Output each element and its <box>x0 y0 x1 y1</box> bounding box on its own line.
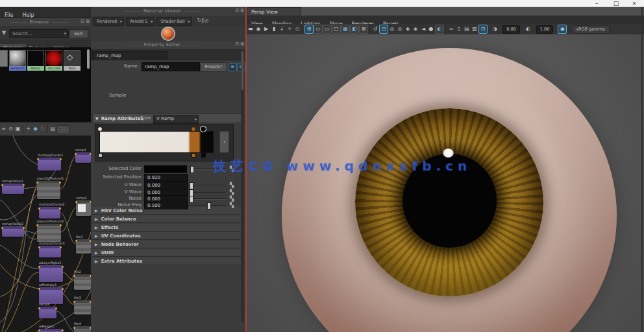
bookmarks-button[interactable]: ⋯ <box>56 125 69 134</box>
input-port[interactable] <box>36 182 38 184</box>
graph-node-remapValue2[interactable]: remapValue2 <box>2 226 24 237</box>
section-node-behavior[interactable]: ▶Node Behavior <box>92 241 243 248</box>
search-icon[interactable]: ⊙ <box>7 123 14 135</box>
popout-icon[interactable]: ⊠ <box>240 8 244 13</box>
shadows-icon[interactable]: ◈ <box>404 24 412 34</box>
graph-node-place2dTexture2[interactable]: place2dTexture2 <box>37 224 61 242</box>
material-swatch-ball[interactable] <box>162 28 174 40</box>
section-uv-coordinates[interactable]: ▶UV Coordinates <box>92 232 243 240</box>
output-port[interactable] <box>59 182 61 184</box>
graph-node-multiplyDivide1[interactable]: multiplyDivide1 <box>38 158 61 171</box>
color-swatch[interactable] <box>144 165 187 173</box>
section-uuid[interactable]: ▶UUID <box>92 249 243 257</box>
wireframe-icon[interactable]: ⊞ <box>304 25 314 34</box>
bookmark-icon[interactable]: ◆ <box>32 123 39 135</box>
view-transform-icon[interactable]: ◉ <box>558 25 567 34</box>
exposure-field[interactable]: 0.00 <box>502 25 519 34</box>
ramp-stop-handle[interactable] <box>191 126 196 132</box>
default-material-icon[interactable]: ▦ <box>341 25 350 34</box>
map-button[interactable]: ▚ <box>230 166 234 172</box>
texture-icon[interactable]: ⊞ <box>229 63 237 71</box>
input-port[interactable] <box>38 266 40 268</box>
lighting-icon[interactable]: ◧ <box>350 25 359 34</box>
motion-blur-icon[interactable]: ≈ <box>447 24 455 34</box>
back-icon[interactable]: ◄ <box>419 24 427 34</box>
gamma-field[interactable]: 1.00 <box>536 25 553 34</box>
clip-icon[interactable]: ▥ <box>471 24 478 34</box>
align-icon[interactable]: + <box>25 123 32 135</box>
dropdown-rendered[interactable]: Rendered▾ <box>93 17 124 26</box>
popout-icon[interactable]: ⊠ <box>86 19 90 24</box>
camera-icon[interactable]: ◉ <box>254 24 262 34</box>
material-swatch-iris_red[interactable]: iris_red <box>45 50 62 67</box>
section-extra-attributes[interactable]: ▶Extra Attributes <box>92 257 243 265</box>
output-port[interactable] <box>59 208 61 209</box>
map-button[interactable]: ▚ <box>230 182 234 188</box>
ramp-stop-handle[interactable] <box>97 126 103 132</box>
graph-node-file2[interactable]: file2 <box>74 274 91 290</box>
collapse-icon[interactable]: ⊟ <box>235 8 239 13</box>
view-transform-selector[interactable]: sRGB gamma <box>572 25 610 34</box>
output-port[interactable] <box>23 227 25 229</box>
ramp-stop-delete[interactable] <box>192 153 196 158</box>
material-swatch-blinn1[interactable]: blinn1 <box>27 50 44 67</box>
graph-node-aiLayerRgba1[interactable]: aiLayerRgba1 <box>39 265 63 282</box>
graph-node-ramp6[interactable]: ramp6 <box>39 307 56 318</box>
graph-node-ramp4[interactable]: ramp4 <box>76 200 91 216</box>
output-port[interactable] <box>62 266 64 268</box>
slider-track[interactable] <box>190 185 226 185</box>
input-port[interactable] <box>1 184 3 186</box>
gamma-icon[interactable]: ◐ <box>525 24 532 34</box>
input-port[interactable] <box>38 246 40 248</box>
sphere-icon[interactable]: ● <box>427 24 435 34</box>
input-port[interactable] <box>38 208 40 209</box>
tab-ramp-map[interactable]: ramp_map <box>92 51 167 60</box>
shaded-icon[interactable]: ▭ <box>314 25 323 34</box>
half-sphere-icon[interactable]: ◐ <box>435 25 444 34</box>
no-light-icon[interactable]: ◎ <box>396 24 404 34</box>
graph-node-place2dTexture1[interactable]: place2dTexture1 <box>37 181 60 199</box>
slider-track[interactable] <box>190 205 226 206</box>
clipboard-icon[interactable]: ▤ <box>49 123 56 135</box>
isolate-icon[interactable]: ◇ <box>293 24 301 34</box>
value-field[interactable]: 0.500 <box>144 202 188 209</box>
input-port[interactable] <box>1 227 3 229</box>
graph-node-aiRange1[interactable]: aiRange1 <box>39 329 63 332</box>
minimize-button[interactable]: – <box>588 0 605 6</box>
input-port[interactable] <box>73 327 75 329</box>
output-port[interactable] <box>60 224 62 226</box>
wire-on-shaded-icon[interactable]: □ <box>332 25 341 34</box>
material-swatch-lambert1[interactable]: lambert1 <box>9 50 26 67</box>
renderer-icon[interactable]: ▬ <box>247 24 254 34</box>
collapse-icon[interactable]: ⊟ <box>235 42 239 47</box>
ramp-expand-button[interactable]: › <box>219 131 229 153</box>
slider-track[interactable] <box>190 198 226 199</box>
viewport-canvas[interactable] <box>247 34 644 332</box>
dropdown-shader-ball[interactable]: Shader Ball▾ <box>156 17 192 26</box>
output-port[interactable] <box>55 307 57 309</box>
graph-node-file4[interactable]: file4 <box>74 326 91 332</box>
flat-light-icon[interactable]: ◎ <box>388 24 396 34</box>
xray-icon[interactable]: ⊠ <box>359 25 368 34</box>
input-port[interactable] <box>38 329 40 331</box>
type-dropdown[interactable]: V Ramp▾ <box>153 115 199 123</box>
presets-button[interactable]: Presets* <box>200 62 227 72</box>
output-port[interactable] <box>60 246 62 248</box>
collapse-icon[interactable]: ⊟ <box>80 19 84 24</box>
ramp-gradient[interactable] <box>99 131 214 153</box>
input-port[interactable] <box>73 301 75 303</box>
slider-handle[interactable] <box>190 166 194 173</box>
ramp-stop-delete[interactable] <box>201 153 206 158</box>
maximize-button[interactable]: □ <box>608 0 625 6</box>
viewport-tab[interactable]: Persp View <box>247 7 301 16</box>
ao-icon[interactable]: ◈ <box>412 24 419 34</box>
ramp-stop-delete[interactable] <box>98 153 103 158</box>
slider-track[interactable] <box>190 169 226 169</box>
section-color-balance[interactable]: ▶Color Balance <box>92 215 243 223</box>
output-port[interactable] <box>62 329 64 331</box>
output-port[interactable] <box>62 288 64 290</box>
textured-icon[interactable]: ▭ <box>323 25 332 34</box>
menu-icon[interactable]: ≡ <box>0 123 7 135</box>
exposure-icon[interactable]: ◑ <box>491 24 499 34</box>
map-button[interactable]: ▚ <box>230 202 234 208</box>
